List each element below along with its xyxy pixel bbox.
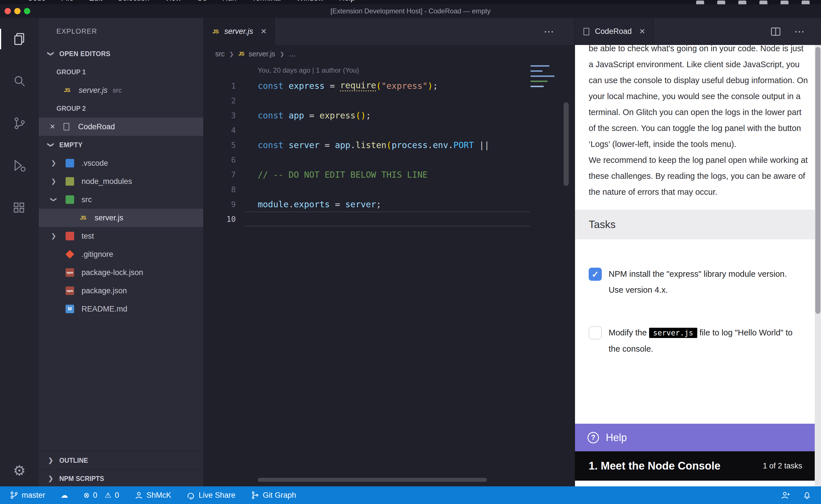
minimize-window-button[interactable] <box>14 8 21 14</box>
close-window-button[interactable] <box>5 8 11 14</box>
npm-scripts-section-header[interactable]: ❯ NPM SCRIPTS <box>39 469 203 486</box>
split-editor-icon[interactable] <box>771 27 781 36</box>
menu-item[interactable]: Go <box>197 0 207 4</box>
explorer-item[interactable]: ❯test <box>39 227 203 245</box>
close-icon[interactable]: ✕ <box>639 27 646 36</box>
problems-indicator[interactable]: ⊗ 0 ⚠ 0 <box>83 491 119 500</box>
line-number: 1 <box>204 81 236 90</box>
panel-tab-bar: CodeRoad ✕ ⋯ <box>575 18 821 45</box>
code-line[interactable]: 7// -- DO NOT EDIT BELOW THIS LINE <box>204 167 574 182</box>
live-share-button[interactable]: Live Share <box>187 491 236 500</box>
close-icon[interactable]: ✕ <box>48 123 56 131</box>
open-editor-server-js[interactable]: JS server.js src <box>39 81 203 99</box>
explorer-activity-button[interactable] <box>0 18 39 60</box>
extensions-icon <box>13 201 26 214</box>
help-question-icon: ? <box>587 432 599 443</box>
editor-more-actions-button[interactable]: ⋯ <box>544 26 554 38</box>
menu-item[interactable]: File <box>61 0 74 4</box>
menu-item[interactable]: Run <box>223 0 237 4</box>
task-text: NPM install the "express" library module… <box>608 266 797 298</box>
help-section-header[interactable]: ? Help <box>575 424 815 451</box>
search-activity-button[interactable] <box>0 60 39 102</box>
breadcrumb-more[interactable]: … <box>289 50 296 58</box>
outline-section-header[interactable]: ❯ OUTLINE <box>39 451 203 469</box>
lesson-footer[interactable]: 1. Meet the Node Console 1 of 2 tasks <box>575 451 815 481</box>
branch-icon <box>10 491 18 499</box>
open-editor-coderoad[interactable]: ✕ CodeRoad <box>39 118 203 136</box>
code-line[interactable]: 8 <box>204 182 574 197</box>
workspace-section-header[interactable]: ❯ EMPTY <box>39 136 203 154</box>
explorer-item[interactable]: ❯npmpackage.json <box>39 282 203 300</box>
code-line[interactable]: 4 <box>204 123 574 138</box>
menubar-status-icon <box>717 1 725 4</box>
file-name: .gitignore <box>81 250 113 259</box>
files-icon <box>13 32 26 46</box>
person-add-icon <box>781 491 790 499</box>
menubar-status-icon <box>781 1 789 4</box>
minimap[interactable] <box>530 65 557 88</box>
sync-status-icon[interactable]: ☁ <box>61 491 68 500</box>
zoom-window-button[interactable] <box>24 8 30 14</box>
js-file-icon: JS <box>79 214 87 222</box>
line-number: 2 <box>204 96 236 105</box>
menu-item[interactable]: View <box>165 0 181 4</box>
menu-items: CodeFileEditSelectionViewGoRunTerminalWi… <box>27 0 355 4</box>
explorer-item[interactable]: ❯node_modules <box>39 172 203 190</box>
source-control-activity-button[interactable] <box>0 102 39 144</box>
editor-vertical-scrollbar[interactable] <box>563 102 569 186</box>
breadcrumb-folder[interactable]: src <box>215 50 225 58</box>
git-branch-indicator[interactable]: master <box>10 491 45 500</box>
status-bar: master ☁ ⊗ 0 ⚠ 0 ShMcK Live Share <box>0 486 821 504</box>
notifications-bell-button[interactable] <box>803 491 811 499</box>
explorer-item[interactable]: ❯.gitignore <box>39 245 203 263</box>
editor-group: JS server.js ✕ ⋯ src ❯ JS server.js ❯ … … <box>204 18 574 486</box>
node-file-icon <box>66 177 74 186</box>
explorer-item[interactable]: ❯.vscode <box>39 154 203 172</box>
open-editors-section-header[interactable]: ❯ OPEN EDITORS <box>39 45 203 63</box>
tab-server-js[interactable]: JS server.js ✕ <box>204 18 275 45</box>
explorer-item[interactable]: ❯JSserver.js <box>39 209 203 227</box>
menu-item[interactable]: Edit <box>89 0 102 4</box>
menu-item[interactable]: Code <box>27 0 46 4</box>
git-graph-button[interactable]: Git Graph <box>251 491 296 500</box>
coderoad-user-button[interactable]: ShMcK <box>134 491 171 500</box>
menu-item[interactable]: Help <box>339 0 355 4</box>
editor-horizontal-scrollbar[interactable] <box>258 478 487 482</box>
menu-item[interactable]: Terminal <box>252 0 281 4</box>
code-line[interactable]: 2 <box>204 93 574 108</box>
editor-group-1-label: GROUP 1 <box>39 63 203 81</box>
chevron-icon: ❯ <box>50 193 57 206</box>
npm-file-icon: npm <box>66 268 74 277</box>
run-debug-activity-button[interactable] <box>0 144 39 187</box>
menu-item[interactable]: Selection <box>118 0 149 4</box>
close-icon[interactable]: ✕ <box>261 27 267 36</box>
code-line[interactable]: 10 <box>204 212 574 226</box>
explorer-item[interactable]: ❯npmpackage-lock.json <box>39 263 203 282</box>
breadcrumb-file[interactable]: server.js <box>249 50 275 58</box>
file-name: server.js <box>95 214 123 222</box>
panel-scrollbar[interactable] <box>815 45 821 486</box>
task-checkbox[interactable]: ✓ <box>589 268 602 281</box>
file-icon <box>64 123 69 130</box>
code-editor[interactable]: You, 20 days ago | 1 author (You) 1const… <box>204 63 574 486</box>
panel-more-actions-button[interactable]: ⋯ <box>794 26 805 38</box>
vscode-file-icon <box>66 159 74 167</box>
panel-scrollbar-thumb[interactable] <box>815 47 820 314</box>
code-line[interactable]: 1const express = require("express"); <box>204 78 574 93</box>
settings-gear-icon[interactable]: ⚙ <box>0 462 39 479</box>
task-checkbox[interactable] <box>589 326 602 339</box>
explorer-item[interactable]: ❯src <box>39 190 203 209</box>
breadcrumb[interactable]: src ❯ JS server.js ❯ … <box>204 45 574 63</box>
task-progress: 1 of 2 tasks <box>763 462 802 470</box>
menu-item[interactable]: Window <box>296 0 324 4</box>
tab-coderoad[interactable]: CodeRoad ✕ <box>575 18 654 45</box>
explorer-item[interactable]: ❯MREADME.md <box>39 300 203 318</box>
code-line[interactable]: 5const server = app.listen(process.env.P… <box>204 138 574 152</box>
open-editor-path: src <box>113 86 122 94</box>
extensions-activity-button[interactable] <box>0 187 39 229</box>
live-share-contacts-button[interactable] <box>781 491 790 499</box>
code-line[interactable]: 6 <box>204 152 574 167</box>
lesson-paragraph: We recommend to keep the log panel open … <box>589 152 809 200</box>
code-line[interactable]: 9module.exports = server; <box>204 197 574 212</box>
code-line[interactable]: 3const app = express(); <box>204 108 574 123</box>
